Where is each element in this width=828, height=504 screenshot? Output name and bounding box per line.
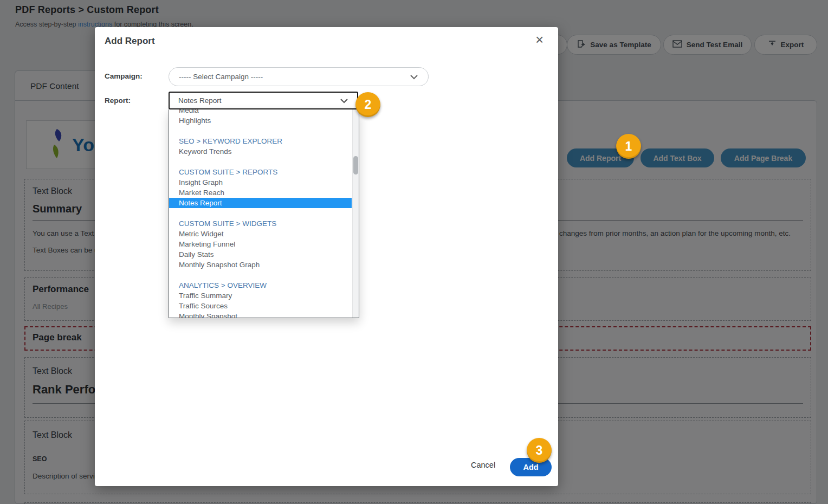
dropdown-item[interactable]: Insight Graph	[169, 177, 352, 188]
dropdown-item[interactable]: Monthly Snapshot Graph	[169, 260, 352, 270]
dropdown-item[interactable]: Notes Report	[169, 198, 352, 208]
report-select-value: Notes Report	[178, 96, 222, 105]
dropdown-scrollbar-thumb[interactable]	[353, 156, 358, 175]
dropdown-item[interactable]: Traffic Sources	[169, 301, 352, 311]
chevron-down-icon	[410, 74, 418, 80]
dropdown-item[interactable]: Keyword Trends	[169, 146, 352, 157]
campaign-label: Campaign:	[105, 72, 143, 80]
report-dropdown-list: MediaHighlightsSEO > KEYWORD EXPLORERKey…	[169, 109, 359, 318]
dropdown-item[interactable]: Marketing Funnel	[169, 239, 352, 249]
dropdown-item[interactable]: Monthly Snapshot	[169, 311, 352, 318]
step-badge-2: 2	[355, 92, 380, 117]
campaign-select[interactable]: ----- Select Campaign -----	[169, 67, 429, 86]
dropdown-item[interactable]: Media	[169, 109, 352, 115]
dropdown-item[interactable]: Metric Widget	[169, 229, 352, 239]
modal-title: Add Report	[105, 36, 155, 47]
dropdown-item[interactable]: Market Reach	[169, 188, 352, 198]
dropdown-item[interactable]: Traffic Summary	[169, 290, 352, 301]
report-label: Report:	[105, 96, 131, 105]
report-select[interactable]: Notes Report	[169, 92, 358, 109]
app-root: PDF Reports > Custom Report Access step-…	[0, 0, 828, 504]
campaign-select-value: ----- Select Campaign -----	[179, 73, 263, 81]
dropdown-group-header: SEO > KEYWORD EXPLORER	[169, 136, 352, 146]
step-badge-3: 3	[527, 438, 552, 463]
dropdown-item[interactable]: Highlights	[169, 115, 352, 126]
chevron-down-icon	[340, 98, 348, 104]
close-icon[interactable]: ×	[535, 33, 544, 47]
dropdown-rows: MediaHighlightsSEO > KEYWORD EXPLORERKey…	[169, 109, 352, 318]
dropdown-item[interactable]: Daily Stats	[169, 249, 352, 260]
dropdown-group-header: CUSTOM SUITE > REPORTS	[169, 167, 352, 177]
dropdown-group-header: ANALYTICS > OVERVIEW	[169, 280, 352, 290]
dropdown-group-header: CUSTOM SUITE > WIDGETS	[169, 218, 352, 229]
step-badge-1: 1	[616, 134, 641, 159]
dropdown-scrollbar-track[interactable]	[352, 109, 359, 318]
add-button-label: Add	[523, 463, 538, 471]
cancel-button[interactable]: Cancel	[471, 461, 495, 469]
